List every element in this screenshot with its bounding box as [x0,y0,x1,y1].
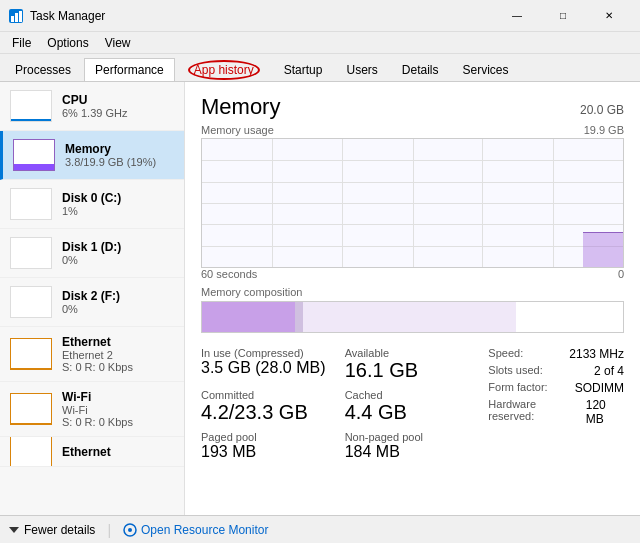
chart-fill-area [583,232,623,267]
sidebar-item-ethernet3[interactable]: Ethernet [0,437,184,467]
ethernet2-info: Ethernet Ethernet 2 S: 0 R: 0 Kbps [62,335,133,373]
stat-nonpaged-label: Non-paged pool [345,431,481,443]
disk0-info: Disk 0 (C:) 1% [62,191,121,217]
vgrid-line-2 [342,139,343,267]
stat-cached-label: Cached [345,389,481,401]
disk1-sublabel: 0% [62,254,121,266]
ethernet2-sublabel1: Ethernet 2 [62,349,133,361]
svg-rect-1 [11,16,14,22]
memory-info: Memory 3.8/19.9 GB (19%) [65,142,156,168]
svg-rect-2 [15,13,18,22]
comp-modified [295,302,303,332]
tab-app-history[interactable]: App history [177,58,271,81]
stat-available-label: Available [345,347,481,359]
app-icon [8,8,24,24]
main-content: CPU 6% 1.39 GHz Memory 3.8/19.9 GB (19%)… [0,82,640,515]
ethernet3-label: Ethernet [62,445,111,459]
stat-nonpaged-value: 184 MB [345,443,481,461]
stat-in-use-label: In use (Compressed) [201,347,337,359]
cpu-info: CPU 6% 1.39 GHz [62,93,127,119]
sidebar-item-disk1[interactable]: Disk 1 (D:) 0% [0,229,184,278]
open-monitor-label: Open Resource Monitor [141,523,268,537]
detail-total: 20.0 GB [580,103,624,117]
bottom-bar: Fewer details | Open Resource Monitor [0,515,640,543]
wifi-label: Wi-Fi [62,390,133,404]
memory-thumbnail [13,139,55,171]
ethernet2-thumbnail [10,338,52,370]
vgrid-line-5 [553,139,554,267]
spec-hardware-label: Hardware reserved: [488,398,577,426]
menu-options[interactable]: Options [39,34,96,52]
sidebar-item-wifi[interactable]: Wi-Fi Wi-Fi S: 0 R: 0 Kbps [0,382,184,437]
sidebar-item-memory[interactable]: Memory 3.8/19.9 GB (19%) [0,131,184,180]
disk0-label: Disk 0 (C:) [62,191,121,205]
tab-performance[interactable]: Performance [84,58,175,81]
chart-time-right: 0 [618,268,624,280]
stat-paged-value: 193 MB [201,443,337,461]
stat-available-value: 16.1 GB [345,359,481,381]
bottom-separator: | [107,522,111,538]
memory-usage-section: Memory usage 19.9 GB [201,124,624,280]
close-button[interactable]: ✕ [586,0,632,32]
fewer-details-button[interactable]: Fewer details [8,523,95,537]
vgrid-line-1 [272,139,273,267]
sidebar-item-disk2[interactable]: Disk 2 (F:) 0% [0,278,184,327]
ethernet2-sublabel2: S: 0 R: 0 Kbps [62,361,133,373]
spec-speed-value: 2133 MHz [569,347,624,361]
tab-users[interactable]: Users [335,58,388,81]
tab-startup[interactable]: Startup [273,58,334,81]
spec-slots-value: 2 of 4 [594,364,624,378]
memory-sublabel: 3.8/19.9 GB (19%) [65,156,156,168]
tab-services[interactable]: Services [452,58,520,81]
disk2-mini-graph [11,287,51,317]
minimize-button[interactable]: — [494,0,540,32]
cpu-mini-graph [11,91,51,121]
fewer-details-icon [8,524,20,536]
spec-hardware: Hardware reserved: 120 MB [488,398,624,426]
disk2-info: Disk 2 (F:) 0% [62,289,120,315]
chart-section-label: Memory usage [201,124,274,136]
ethernet3-info: Ethernet [62,445,111,459]
cpu-sublabel: 6% 1.39 GHz [62,107,127,119]
stat-committed: Committed 4.2/23.3 GB [201,389,337,423]
comp-in-use [202,302,295,332]
composition-bar [201,301,624,333]
sidebar-item-cpu[interactable]: CPU 6% 1.39 GHz [0,82,184,131]
cpu-label: CPU [62,93,127,107]
sidebar-item-ethernet2[interactable]: Ethernet Ethernet 2 S: 0 R: 0 Kbps [0,327,184,382]
title-bar: Task Manager — □ ✕ [0,0,640,32]
fewer-details-label: Fewer details [24,523,95,537]
monitor-icon [123,523,137,537]
stat-committed-value: 4.2/23.3 GB [201,401,337,423]
spec-form: Form factor: SODIMM [488,381,624,395]
vgrid-line-4 [482,139,483,267]
disk1-info: Disk 1 (D:) 0% [62,240,121,266]
ethernet3-mini-graph [11,437,51,467]
stat-in-use: In use (Compressed) 3.5 GB (28.0 MB) [201,347,337,381]
comp-standby [303,302,516,332]
disk0-mini-graph [11,189,51,219]
spec-form-label: Form factor: [488,381,547,395]
detail-header: Memory 20.0 GB [201,94,624,120]
menu-file[interactable]: File [4,34,39,52]
open-monitor-button[interactable]: Open Resource Monitor [123,523,268,537]
sidebar-item-disk0[interactable]: Disk 0 (C:) 1% [0,180,184,229]
stat-cached-value: 4.4 GB [345,401,481,423]
svg-rect-3 [19,11,22,22]
memory-label: Memory [65,142,156,156]
chart-time-row: 60 seconds 0 [201,268,624,280]
disk0-sublabel: 1% [62,205,121,217]
disk1-mini-graph [11,238,51,268]
wifi-sublabel1: Wi-Fi [62,404,133,416]
tab-processes[interactable]: Processes [4,58,82,81]
disk0-thumbnail [10,188,52,220]
composition-section: Memory composition [201,286,624,333]
maximize-button[interactable]: □ [540,0,586,32]
tab-details[interactable]: Details [391,58,450,81]
stat-paged: Paged pool 193 MB [201,431,337,461]
disk1-thumbnail [10,237,52,269]
chart-grid [202,139,623,267]
disk1-label: Disk 1 (D:) [62,240,121,254]
menu-view[interactable]: View [97,34,139,52]
vgrid-line-3 [413,139,414,267]
